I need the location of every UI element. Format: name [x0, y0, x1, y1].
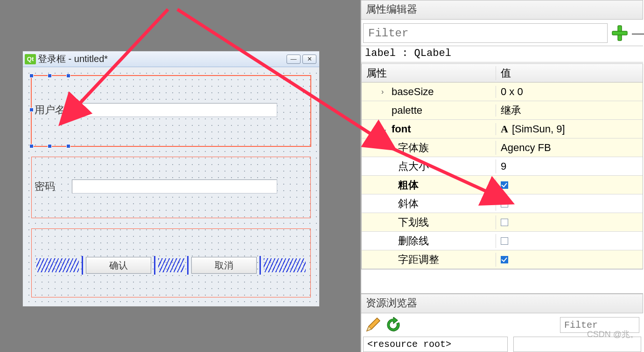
object-class-label: label : QLabel	[361, 46, 643, 62]
property-name-cell[interactable]: ›baseSize	[362, 86, 496, 98]
property-name: 斜体	[398, 197, 419, 211]
property-name: baseSize	[392, 86, 434, 98]
layout-group-username[interactable]: 用户名	[31, 76, 311, 146]
minimize-icon: —	[291, 55, 297, 62]
property-value: 9	[501, 160, 506, 173]
property-value-cell[interactable]	[496, 219, 643, 226]
form-client-area[interactable]: 用户名 密码 确认 取消	[23, 67, 319, 306]
property-value-cell[interactable]: 继承	[496, 104, 643, 117]
property-value-cell[interactable]: 0 x 0	[496, 86, 643, 98]
close-icon: ✕	[307, 55, 312, 62]
property-filter-input[interactable]	[363, 23, 608, 43]
cancel-button[interactable]: 取消	[191, 257, 257, 274]
selection-handle[interactable]	[29, 144, 34, 148]
window-title: 登录框 - untitled*	[38, 53, 285, 65]
property-row[interactable]: 删除线	[362, 232, 643, 250]
property-name-cell[interactable]: 粗体	[362, 178, 496, 192]
property-name: 点大小	[398, 159, 429, 173]
password-input[interactable]	[72, 179, 277, 193]
remove-property-button[interactable]: —	[632, 25, 641, 41]
property-value-cell[interactable]	[496, 256, 643, 263]
side-panels: 属性编辑器 — label : QLabel 属性 值 ›baseSize0 x…	[360, 0, 644, 352]
property-name-cell[interactable]: 字距调整	[362, 253, 496, 267]
resource-browser-header: 资源浏览器	[361, 294, 643, 313]
chevron-down-icon[interactable]: ⌄	[381, 124, 389, 133]
property-row[interactable]: 下划线	[362, 213, 643, 232]
selection-handle[interactable]	[29, 74, 34, 78]
property-value-cell[interactable]: 9	[496, 160, 643, 173]
close-button[interactable]: ✕	[302, 55, 316, 64]
checkbox[interactable]	[501, 181, 508, 189]
property-value: [SimSun, 9]	[512, 123, 565, 135]
spacer-icon[interactable]	[264, 258, 306, 272]
ok-button[interactable]: 确认	[86, 257, 151, 274]
property-name-cell[interactable]: 点大小	[362, 159, 496, 173]
minimize-button[interactable]: —	[287, 55, 301, 64]
watermark-text: CSDN @兆。	[587, 329, 638, 340]
property-table: 属性 值 ›baseSize0 x 0palette继承⌄fontA[SimSu…	[361, 63, 643, 269]
resource-tree-root[interactable]: <resource root>	[363, 337, 508, 352]
property-name: palette	[392, 104, 422, 117]
preview-window: Qt 登录框 - untitled* — ✕ 用户名	[22, 51, 320, 307]
property-name-cell[interactable]: 下划线	[362, 215, 496, 229]
property-name-cell[interactable]: palette	[362, 104, 496, 117]
property-value: Agency FB	[501, 142, 551, 154]
property-name: 字体族	[398, 141, 429, 155]
property-row[interactable]: palette继承	[362, 101, 643, 120]
svg-rect-1	[612, 31, 627, 35]
property-name: 字距调整	[398, 253, 439, 267]
selection-handle[interactable]	[48, 74, 52, 78]
property-name-cell[interactable]: 斜体	[362, 197, 496, 211]
spacer-icon[interactable]	[36, 258, 79, 272]
edit-resources-button[interactable]	[365, 317, 381, 333]
property-row[interactable]: ⌄fontA[SimSun, 9]	[362, 120, 643, 138]
reload-resources-button[interactable]	[385, 317, 401, 333]
property-name-cell[interactable]: 删除线	[362, 234, 496, 248]
property-name: 下划线	[398, 215, 429, 229]
checkbox[interactable]	[501, 219, 508, 226]
column-header-name[interactable]: 属性	[362, 66, 496, 80]
layout-separator	[259, 256, 261, 275]
resource-browser-pane: 资源浏览器 <resource root>	[361, 293, 643, 352]
add-property-button[interactable]	[610, 24, 629, 42]
property-value-cell[interactable]	[496, 181, 643, 189]
checkbox[interactable]	[501, 256, 508, 263]
column-header-value[interactable]: 值	[496, 66, 643, 80]
spacer-icon[interactable]	[158, 258, 184, 272]
property-table-header: 属性 值	[362, 64, 643, 83]
property-name-cell[interactable]: ⌄font	[362, 123, 496, 135]
property-editor-header: 属性编辑器	[361, 0, 643, 20]
property-row[interactable]: 字距调整	[362, 250, 643, 269]
property-value-cell[interactable]: A[SimSun, 9]	[496, 123, 643, 135]
checkbox[interactable]	[501, 200, 508, 207]
property-name: 粗体	[398, 178, 419, 192]
checkbox[interactable]	[501, 237, 508, 245]
layout-separator	[82, 256, 83, 275]
property-row[interactable]: ›baseSize0 x 0	[362, 83, 643, 101]
username-input[interactable]	[72, 103, 277, 117]
property-value-cell[interactable]: Agency FB	[496, 142, 643, 154]
property-row[interactable]: 点大小9	[362, 157, 643, 176]
property-row[interactable]: 粗体	[362, 176, 643, 194]
selection-handle[interactable]	[66, 74, 70, 78]
design-canvas-background: Qt 登录框 - untitled* — ✕ 用户名	[0, 0, 360, 352]
plus-icon	[611, 25, 628, 41]
property-row[interactable]: 斜体	[362, 194, 643, 213]
property-row[interactable]: 字体族Agency FB	[362, 138, 643, 157]
qt-logo-icon: Qt	[25, 54, 36, 64]
property-value: 0 x 0	[501, 86, 523, 98]
property-name-cell[interactable]: 字体族	[362, 141, 496, 155]
chevron-right-icon[interactable]: ›	[381, 88, 389, 96]
selection-handle[interactable]	[48, 144, 52, 148]
selection-handle[interactable]	[66, 144, 70, 148]
property-name: 删除线	[398, 234, 429, 248]
layout-group-buttons[interactable]: 确认 取消	[31, 228, 311, 297]
layout-group-password[interactable]: 密码	[31, 157, 311, 218]
property-value-cell[interactable]	[496, 237, 643, 245]
selection-handle[interactable]	[29, 108, 34, 112]
username-label[interactable]: 用户名	[35, 103, 72, 117]
property-value-cell[interactable]	[496, 200, 643, 207]
property-value: 继承	[501, 104, 521, 117]
password-label[interactable]: 密码	[35, 179, 72, 193]
window-titlebar: Qt 登录框 - untitled* — ✕	[23, 51, 319, 67]
